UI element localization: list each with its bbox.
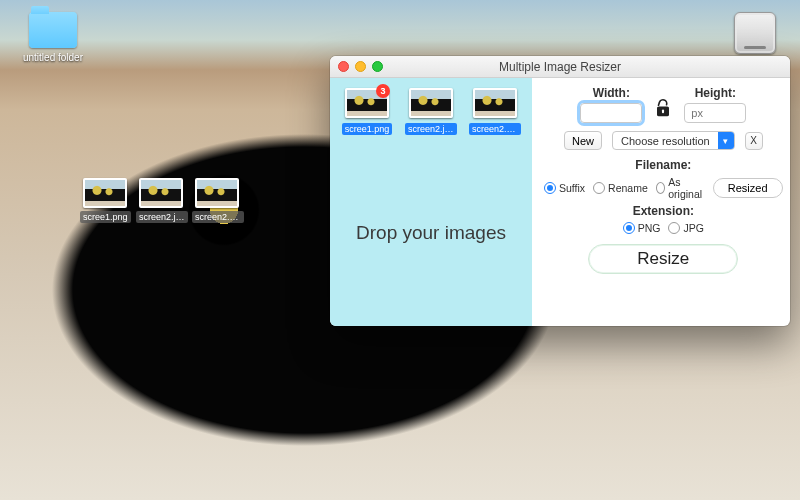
suffix-input[interactable]	[713, 178, 783, 198]
titlebar[interactable]: Multiple Image Resizer	[330, 56, 790, 78]
drop-area[interactable]: 3 scree1.png screen2.jpg screen2.png Dro…	[330, 78, 532, 326]
filename-radio-asoriginal[interactable]: As original	[656, 176, 705, 200]
resize-button[interactable]: Resize	[588, 244, 738, 274]
radio-label: As original	[668, 176, 704, 200]
unlock-icon	[654, 97, 672, 119]
drop-file-label: screen2.jpg	[405, 123, 457, 135]
image-thumb-icon	[409, 88, 453, 118]
desktop-folder-label: untitled folder	[18, 52, 88, 63]
filename-radio-rename[interactable]: Rename	[593, 182, 648, 194]
height-label: Height:	[695, 86, 736, 100]
drop-files: 3 scree1.png screen2.jpg screen2.png	[340, 88, 522, 139]
maximize-icon[interactable]	[372, 61, 383, 72]
image-thumb-icon	[139, 178, 183, 208]
desktop-file-label: screen2.png	[192, 211, 244, 223]
folder-icon	[29, 12, 77, 48]
chevron-updown-icon: ▾	[718, 132, 734, 149]
new-preset-button[interactable]: New	[564, 131, 602, 150]
hd-icon	[734, 12, 776, 54]
image-thumb-icon	[195, 178, 239, 208]
app-window: Multiple Image Resizer 3 scree1.png scre…	[330, 56, 790, 326]
desktop-file-label: scree1.png	[80, 211, 131, 223]
window-title: Multiple Image Resizer	[499, 60, 621, 74]
radio-label: JPG	[683, 222, 703, 234]
desktop-file[interactable]: scree1.png	[80, 178, 130, 225]
width-input[interactable]	[580, 103, 642, 123]
aspect-lock-toggle[interactable]	[652, 91, 674, 119]
drop-file[interactable]: screen2.jpg	[404, 88, 458, 139]
drop-file[interactable]: 3 scree1.png	[340, 88, 394, 139]
drop-file-label: scree1.png	[342, 123, 393, 135]
remove-preset-button[interactable]: X	[745, 132, 763, 150]
image-thumb-icon	[83, 178, 127, 208]
resolution-select-label: Choose resolution	[613, 135, 718, 147]
radio-label: Rename	[608, 182, 648, 194]
desktop: untitled folder Macintosh HD scree1.png …	[0, 0, 800, 500]
controls-panel: Width: Height:	[532, 78, 790, 326]
radio-icon	[544, 182, 556, 194]
height-input[interactable]	[684, 103, 746, 123]
radio-icon	[668, 222, 680, 234]
extension-radio-jpg[interactable]: JPG	[668, 222, 703, 234]
drop-prompt: Drop your images	[340, 139, 522, 326]
close-icon[interactable]	[338, 61, 349, 72]
radio-label: PNG	[638, 222, 661, 234]
notification-badge: 3	[376, 84, 390, 98]
image-thumb-icon	[473, 88, 517, 118]
filename-radio-suffix[interactable]: Suffix	[544, 182, 585, 194]
radio-icon	[623, 222, 635, 234]
resolution-select[interactable]: Choose resolution ▾	[612, 131, 735, 150]
svg-rect-1	[662, 109, 664, 113]
extension-section-label: Extension:	[544, 204, 783, 218]
desktop-file-label: screen2.jpg	[136, 211, 188, 223]
desktop-file[interactable]: screen2.png	[192, 178, 242, 225]
traffic-lights	[338, 61, 383, 72]
width-label: Width:	[593, 86, 630, 100]
desktop-file-stack: scree1.png screen2.jpg screen2.png	[80, 178, 242, 225]
desktop-folder[interactable]: untitled folder	[18, 12, 88, 63]
radio-label: Suffix	[559, 182, 585, 194]
desktop-file[interactable]: screen2.jpg	[136, 178, 186, 225]
filename-section-label: Filename:	[544, 158, 783, 172]
drop-file[interactable]: screen2.png	[468, 88, 522, 139]
drop-file-label: screen2.png	[469, 123, 521, 135]
radio-icon	[593, 182, 605, 194]
radio-icon	[656, 182, 665, 194]
extension-radio-png[interactable]: PNG	[623, 222, 661, 234]
minimize-icon[interactable]	[355, 61, 366, 72]
